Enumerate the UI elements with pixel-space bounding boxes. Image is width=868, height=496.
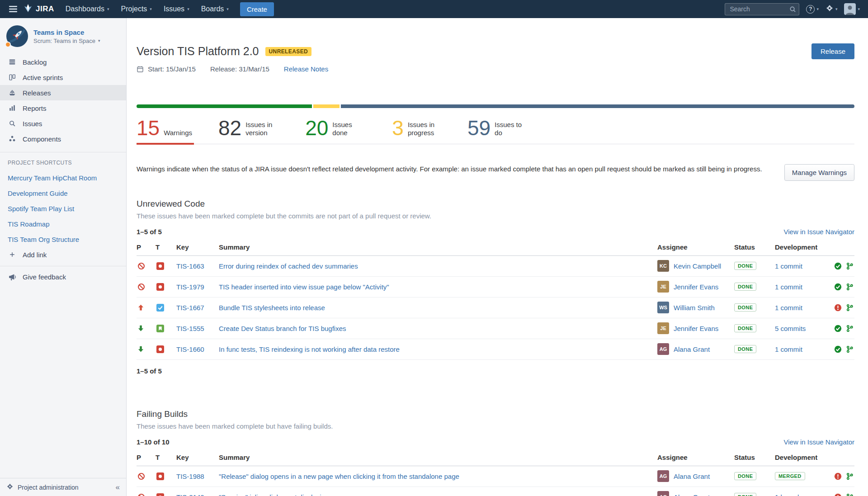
issue-table-body: TIS-1663 Error during reindex of cached …	[137, 256, 854, 360]
components-icon	[8, 135, 17, 143]
issue-key-link[interactable]: TIS-2140	[176, 493, 204, 496]
project-administration-label: Project administration	[18, 484, 79, 491]
priority-minor-icon	[137, 345, 156, 353]
section-title: Failing Builds	[137, 409, 854, 419]
manage-warnings-button[interactable]: Manage Warnings	[784, 164, 854, 181]
issue-summary-link[interactable]: Create Dev Status branch for TIS bugfixe…	[219, 325, 346, 332]
issue-summary-link[interactable]: Bundle TIS stylesheets into release	[219, 304, 325, 312]
branch-icon	[846, 283, 854, 291]
assignee-link[interactable]: William Smith	[674, 304, 715, 312]
gear-icon	[826, 4, 834, 14]
sidebar-shortcut-link[interactable]: Mercury Team HipChat Room	[0, 170, 126, 185]
stat-issues-in-progress[interactable]: 3 Issues in progress	[392, 120, 441, 144]
stat-issues-in-version[interactable]: 82 Issues in version	[218, 120, 279, 144]
dev-summary-link[interactable]: 1 commit	[775, 304, 802, 312]
jira-logo[interactable]: JIRA	[24, 4, 54, 14]
sidebar-item-backlog[interactable]: Backlog	[0, 54, 126, 70]
give-feedback-button[interactable]: Give feedback	[0, 269, 126, 284]
assignee-link[interactable]: Alana Grant	[674, 493, 710, 496]
issue-row: TIS-1555 Create Dev Status branch for TI…	[137, 318, 854, 339]
release-button[interactable]: Release	[811, 43, 854, 59]
issue-key-link[interactable]: TIS-1663	[176, 262, 204, 270]
help-menu[interactable]: ? ▾	[806, 5, 819, 14]
project-sidebar: Teams in Space Scrum: Teams in Space ▾ B…	[0, 18, 127, 496]
tab-warnings[interactable]: 15 Warnings	[137, 120, 192, 144]
profile-menu[interactable]: ▾	[844, 3, 860, 15]
sidebar-item-releases[interactable]: Releases	[0, 85, 126, 100]
issue-summary-link[interactable]: Error during reindex of cached dev summa…	[219, 262, 358, 270]
stat-issues-done[interactable]: 20 Issues done	[305, 120, 366, 144]
priority-blocker-icon	[137, 262, 156, 270]
issue-summary-link[interactable]: "Release" dialog opens in a new page whe…	[219, 472, 459, 480]
bar-chart-icon	[8, 104, 17, 112]
nav-boards[interactable]: Boards ▾	[195, 0, 235, 18]
nav-projects[interactable]: Projects ▾	[115, 0, 158, 18]
release-status-badge: UNRELEASED	[265, 47, 312, 56]
release-page: Version TIS Platform 2.0 UNRELEASED Rele…	[127, 18, 868, 496]
result-range: 1–5 of 5	[137, 360, 854, 381]
view-in-issue-navigator-link[interactable]: View in Issue Navigator	[784, 438, 854, 446]
nav-issues[interactable]: Issues ▾	[158, 0, 195, 18]
sidebar-shortcut-link[interactable]: TIS Team Org Structure	[0, 231, 126, 247]
settings-menu[interactable]: ▾	[826, 4, 838, 14]
dev-status-icons	[834, 262, 854, 270]
search-input[interactable]	[725, 3, 799, 15]
sidebar-shortcut-link[interactable]: TIS Roadmap	[0, 216, 126, 231]
dev-status-icons	[834, 325, 854, 332]
dev-summary-link[interactable]: 5 commits	[775, 325, 806, 332]
issue-summary-link[interactable]: "Syncing" inline dialog not displaying	[219, 493, 329, 496]
section-title: Unreviewed Code	[137, 199, 854, 209]
assignee-link[interactable]: Alana Grant	[674, 345, 710, 353]
dev-summary-link[interactable]: 1 commit	[775, 262, 802, 270]
release-notes-link[interactable]: Release Notes	[284, 65, 328, 73]
stat-value: 3	[392, 120, 404, 137]
assignee-link[interactable]: Jennifer Evans	[674, 283, 718, 291]
view-in-issue-navigator-link[interactable]: View in Issue Navigator	[784, 228, 854, 236]
user-avatar	[844, 3, 856, 15]
assignee-link[interactable]: Kevin Campbell	[674, 262, 721, 270]
dev-summary-link[interactable]: 1 branch	[775, 493, 801, 496]
issue-table-body: TIS-1988 "Release" dialog opens in a new…	[137, 466, 854, 496]
project-name-link[interactable]: Teams in Space	[33, 28, 100, 36]
issue-key-link[interactable]: TIS-1667	[176, 304, 204, 312]
sidebar-shortcut-link[interactable]: Spotify Team Play List	[0, 201, 126, 216]
collapse-sidebar-button[interactable]: «	[116, 483, 120, 492]
column-status: Status	[734, 453, 775, 461]
warnings-description: Warnings indicate when the status of a J…	[137, 164, 762, 174]
sidebar-shortcut-link[interactable]: Development Guide	[0, 185, 126, 201]
section-failing-builds: Failing Builds These issues have been ma…	[137, 409, 854, 496]
sidebar-item-components[interactable]: Components	[0, 131, 126, 146]
app-switcher-button[interactable]	[5, 2, 22, 16]
dev-summary-link[interactable]: 1 commit	[775, 345, 802, 353]
issue-key-link[interactable]: TIS-1660	[176, 345, 204, 353]
stat-issues-to-do[interactable]: 59 Issues to do	[467, 120, 528, 144]
nav-label: Dashboards	[66, 5, 104, 13]
plus-icon	[8, 251, 17, 258]
issue-row: TIS-2140 "Syncing" inline dialog not dis…	[137, 487, 854, 496]
dev-summary-link[interactable]: 1 commit	[775, 283, 802, 291]
sidebar-item-reports[interactable]: Reports	[0, 100, 126, 116]
issue-key-link[interactable]: TIS-1979	[176, 283, 204, 291]
issue-key-link[interactable]: TIS-1555	[176, 325, 204, 332]
dev-status-icons	[834, 304, 854, 312]
project-administration-button[interactable]: Project administration «	[0, 478, 126, 496]
board-switcher[interactable]: Scrum: Teams in Space ▾	[33, 38, 100, 44]
progress-done-segment	[137, 104, 312, 108]
assignee-link[interactable]: Jennifer Evans	[674, 325, 718, 332]
issue-summary-link[interactable]: In func tests, TIS reindexing is not wor…	[219, 345, 400, 353]
issue-summary-link[interactable]: TIS header inserted into view issue page…	[219, 283, 389, 291]
assignee-avatar: JE	[657, 281, 669, 293]
status-badge: DONE	[734, 283, 756, 291]
issue-row: TIS-1660 In func tests, TIS reindexing i…	[137, 339, 854, 360]
add-link-button[interactable]: Add link	[0, 247, 126, 262]
chevron-down-icon: ▾	[858, 7, 860, 11]
sidebar-item-issues[interactable]: Issues	[0, 116, 126, 131]
megaphone-icon	[8, 273, 17, 281]
assignee-link[interactable]: Alana Grant	[674, 472, 710, 480]
chevron-down-icon: ▾	[98, 39, 100, 43]
issue-key-link[interactable]: TIS-1988	[176, 472, 204, 480]
nav-dashboards[interactable]: Dashboards ▾	[60, 0, 115, 18]
sidebar-item-active-sprints[interactable]: Active sprints	[0, 70, 126, 85]
ship-icon	[8, 89, 17, 97]
create-button[interactable]: Create	[240, 2, 274, 16]
